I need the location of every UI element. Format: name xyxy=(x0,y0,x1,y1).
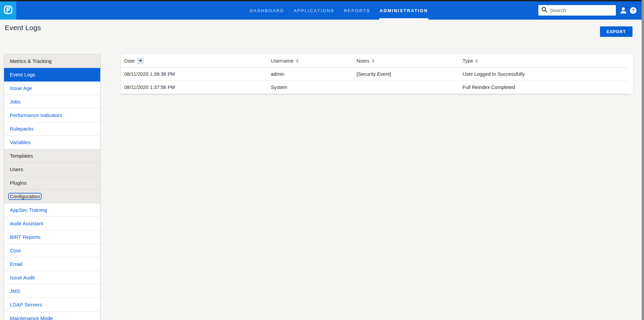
sort-desc-icon xyxy=(137,58,144,64)
sidebar-item-variables[interactable]: Variables xyxy=(4,136,100,149)
sidebar-item-core[interactable]: Core xyxy=(4,244,100,257)
table-row: 08/11/2020 1:39:36 PM admin [Security Ev… xyxy=(121,68,628,81)
cell-type: Full Reindex Completed xyxy=(463,85,628,90)
sidebar-item-jms[interactable]: JMS xyxy=(4,284,100,298)
column-header-notes[interactable]: Notes xyxy=(357,58,463,64)
sidebar-item-appsec-training[interactable]: AppSec Training xyxy=(4,203,100,217)
table-row: 08/11/2020 1:37:56 PM System Full Reinde… xyxy=(121,81,628,94)
column-header-type[interactable]: Type xyxy=(463,58,628,64)
brand-logo[interactable] xyxy=(0,1,16,20)
cell-type: User Logged In Successfully xyxy=(463,71,628,77)
column-header-date[interactable]: Date xyxy=(121,58,271,64)
admin-sidebar: Metrics & Tracking Event Logs Issue Age … xyxy=(4,54,101,320)
top-navigation-bar: DASHBOARD APPLICATIONS REPORTS ADMINISTR… xyxy=(0,1,644,20)
cell-username: System xyxy=(271,85,357,90)
nav-dashboard[interactable]: DASHBOARD xyxy=(249,1,284,20)
nav-applications[interactable]: APPLICATIONS xyxy=(293,1,335,20)
sidebar-item-jobs[interactable]: Jobs xyxy=(4,95,100,109)
column-header-username-label: Username xyxy=(271,58,294,64)
event-logs-table: Date Username Notes Type 08/11/2020 1:39… xyxy=(121,54,633,94)
sidebar-item-rulepacks[interactable]: Rulepacks xyxy=(4,122,100,136)
vertical-scrollbar xyxy=(642,0,644,320)
table-header-row: Date Username Notes Type xyxy=(121,54,628,68)
page-title: Event Logs xyxy=(5,24,41,32)
sort-updown-icon xyxy=(296,59,299,63)
help-icon: ? xyxy=(632,8,635,13)
sidebar-item-email[interactable]: Email xyxy=(4,257,100,271)
nav-reports[interactable]: REPORTS xyxy=(343,1,370,20)
cell-username: admin xyxy=(271,71,357,77)
user-account-button[interactable] xyxy=(619,6,628,15)
sidebar-item-ldap-servers[interactable]: LDAP Servers xyxy=(4,298,100,312)
global-search[interactable] xyxy=(538,5,616,16)
sidebar-section-plugins[interactable]: Plugins xyxy=(4,176,100,190)
sidebar-section-metrics-tracking[interactable]: Metrics & Tracking xyxy=(4,54,100,68)
fortify-f-icon xyxy=(3,5,13,16)
sidebar-item-event-logs[interactable]: Event Logs xyxy=(4,68,100,82)
sidebar-item-birt-reports[interactable]: BIRT Reports xyxy=(4,230,100,244)
column-header-date-label: Date xyxy=(124,58,135,64)
sidebar-section-configuration[interactable]: Configuration xyxy=(4,190,100,203)
sidebar-item-audit-assistant[interactable]: Audit Assistant xyxy=(4,217,100,230)
sort-updown-icon xyxy=(475,59,478,63)
sidebar-item-issue-age[interactable]: Issue Age xyxy=(4,82,100,95)
cell-date: 08/11/2020 1:39:36 PM xyxy=(121,71,271,77)
window-top-strip xyxy=(0,0,644,1)
sidebar-item-maintenance-mode[interactable]: Maintenance Mode xyxy=(4,312,100,320)
nav-administration[interactable]: ADMINISTRATION xyxy=(379,1,428,20)
sidebar-section-configuration-label: Configuration xyxy=(8,193,42,200)
search-icon xyxy=(541,7,547,14)
user-icon xyxy=(619,10,628,16)
cell-notes: [Security Event] xyxy=(357,71,463,77)
help-button[interactable]: ? xyxy=(630,7,637,14)
sidebar-section-templates[interactable]: Templates xyxy=(4,149,100,163)
sidebar-section-users[interactable]: Users xyxy=(4,163,100,176)
cell-date: 08/11/2020 1:37:56 PM xyxy=(121,85,271,90)
sidebar-item-issue-audit[interactable]: Issue Audit xyxy=(4,271,100,284)
export-button[interactable]: EXPORT xyxy=(600,26,632,37)
sort-updown-icon xyxy=(372,59,374,63)
main-nav: DASHBOARD APPLICATIONS REPORTS ADMINISTR… xyxy=(249,1,428,20)
scrollbar-thumb[interactable] xyxy=(642,0,644,320)
search-input[interactable] xyxy=(550,7,617,13)
column-header-type-label: Type xyxy=(463,58,473,64)
sidebar-item-performance-indicators[interactable]: Performance Indicators xyxy=(4,109,100,122)
column-header-username[interactable]: Username xyxy=(271,58,357,64)
column-header-notes-label: Notes xyxy=(357,58,369,64)
